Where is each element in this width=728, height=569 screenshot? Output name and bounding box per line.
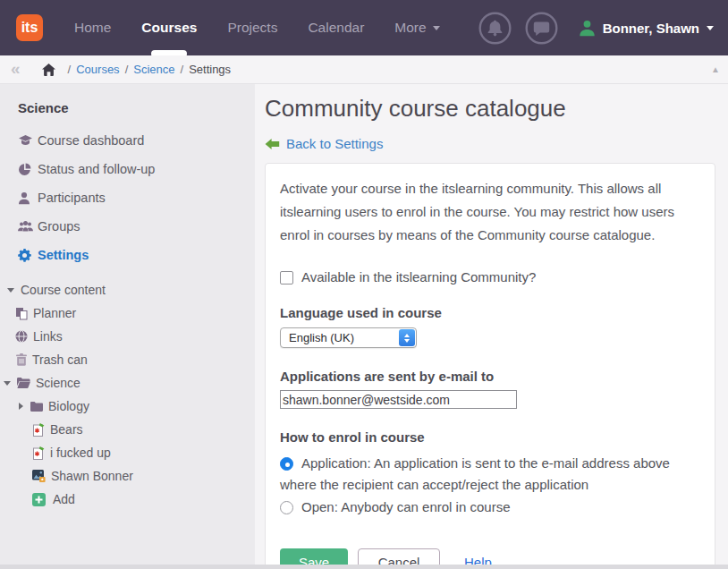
- application-radio[interactable]: [280, 457, 293, 471]
- test-icon: [33, 423, 45, 437]
- tree-item-i-fucked-up[interactable]: i fucked up: [0, 441, 255, 464]
- folder-open-icon: [17, 378, 30, 388]
- messages-chat-icon[interactable]: [525, 12, 558, 45]
- community-checkbox-label: Available in the itslearning Community?: [301, 269, 536, 284]
- trash-icon: [16, 353, 27, 366]
- nav-menu: Home Courses Projects Calendar More: [59, 0, 455, 55]
- bottom-divider: [0, 565, 728, 569]
- nav-item-more[interactable]: More: [379, 0, 454, 55]
- tree-section-course-content[interactable]: Course content: [0, 278, 255, 301]
- description-text: Activate your course in the itslearning …: [280, 177, 700, 247]
- chevron-down-icon: [7, 288, 14, 293]
- community-checkbox[interactable]: [280, 271, 293, 284]
- tree-item-planner[interactable]: Planner: [0, 301, 255, 325]
- tree-item-trash-can[interactable]: Trash can: [0, 348, 255, 371]
- nav-item-calendar[interactable]: Calendar: [292, 0, 379, 55]
- tree-item-links[interactable]: Links: [0, 325, 255, 348]
- tree-item-biology[interactable]: Biology: [0, 395, 255, 418]
- email-label: Applications are sent by e-mail to: [280, 369, 700, 384]
- user-avatar: [579, 20, 596, 37]
- applications-email-field[interactable]: [280, 390, 517, 409]
- home-icon[interactable]: [42, 64, 55, 76]
- tree-item-bears[interactable]: Bears: [0, 418, 255, 441]
- globe-icon: [15, 330, 28, 343]
- top-navigation: its Home Courses Projects Calendar More …: [0, 0, 728, 55]
- chevron-down-icon: [433, 26, 440, 30]
- user-menu[interactable]: Bonner, Shawn: [579, 20, 714, 37]
- breadcrumb-link-courses[interactable]: Courses: [76, 63, 119, 76]
- graduation-cap-icon: [18, 134, 35, 147]
- enrol-option-application: Application: An application is sent to t…: [280, 453, 700, 495]
- sidebar-item-course-dashboard[interactable]: Course dashboard: [0, 126, 255, 155]
- page-title: Community course catalogue: [265, 95, 715, 123]
- nav-item-courses[interactable]: Courses: [126, 0, 212, 55]
- itslearning-logo[interactable]: its: [16, 14, 43, 41]
- sidebar-item-settings[interactable]: Settings: [0, 241, 255, 269]
- breadcrumb-link-science[interactable]: Science: [133, 63, 174, 76]
- people-icon: [18, 220, 35, 233]
- language-select-value: English (UK): [289, 331, 354, 344]
- sidebar-item-status-follow-up[interactable]: Status and follow-up: [0, 155, 255, 183]
- course-sidebar: Science Course dashboard Status and foll…: [0, 84, 255, 569]
- application-radio-label: Application: An application is sent to t…: [280, 455, 670, 492]
- person-icon: [18, 191, 35, 205]
- gear-icon: [18, 249, 35, 262]
- add-icon: [32, 493, 46, 506]
- back-to-settings-link[interactable]: Back to Settings: [286, 136, 383, 151]
- notifications-bell-icon[interactable]: [478, 12, 512, 45]
- enrol-option-open: Open: Anybody can enrol in course: [280, 497, 700, 518]
- community-checkbox-row: Available in the itslearning Community?: [280, 269, 700, 284]
- breadcrumb: « / Courses / Science / Settings ▲: [0, 55, 728, 84]
- open-radio[interactable]: [280, 501, 293, 514]
- tree-item-shawn-bonner[interactable]: Shawn Bonner: [0, 464, 255, 488]
- chevron-down-icon: [4, 381, 11, 386]
- sidebar-course-title: Science: [18, 100, 255, 115]
- language-label: Language used in course: [280, 305, 700, 320]
- test-icon: [33, 446, 45, 460]
- enrol-label: How to enrol in course: [280, 429, 700, 445]
- tree-item-add[interactable]: Add: [0, 488, 255, 511]
- user-name: Bonner, Shawn: [603, 21, 699, 36]
- chevron-down-icon: [707, 26, 714, 30]
- chevron-right-icon: [19, 403, 23, 410]
- nav-item-home[interactable]: Home: [59, 0, 126, 55]
- picture-icon: [32, 470, 46, 482]
- planner-icon: [15, 307, 28, 320]
- breadcrumb-current: Settings: [189, 63, 231, 76]
- nav-item-projects[interactable]: Projects: [212, 0, 292, 55]
- language-select[interactable]: English (UK): [280, 327, 417, 348]
- scroll-to-top-icon[interactable]: ▲: [711, 64, 720, 74]
- collapse-sidebar-icon[interactable]: «: [11, 59, 21, 79]
- sidebar-item-participants[interactable]: Participants: [0, 183, 255, 212]
- pie-chart-icon: [18, 163, 35, 176]
- settings-card: Activate your course in the itslearning …: [265, 163, 715, 569]
- open-radio-label: Open: Anybody can enrol in course: [301, 499, 510, 514]
- back-to-settings[interactable]: Back to Settings: [265, 136, 715, 151]
- back-arrow-icon: [265, 138, 280, 150]
- tree-section-science[interactable]: Science: [0, 371, 255, 395]
- main-content: Community course catalogue Back to Setti…: [255, 84, 728, 569]
- sidebar-item-groups[interactable]: Groups: [0, 212, 255, 241]
- select-stepper-icon: [399, 329, 415, 346]
- folder-icon: [30, 402, 43, 412]
- course-content-tree: Course content Planner: [0, 278, 255, 511]
